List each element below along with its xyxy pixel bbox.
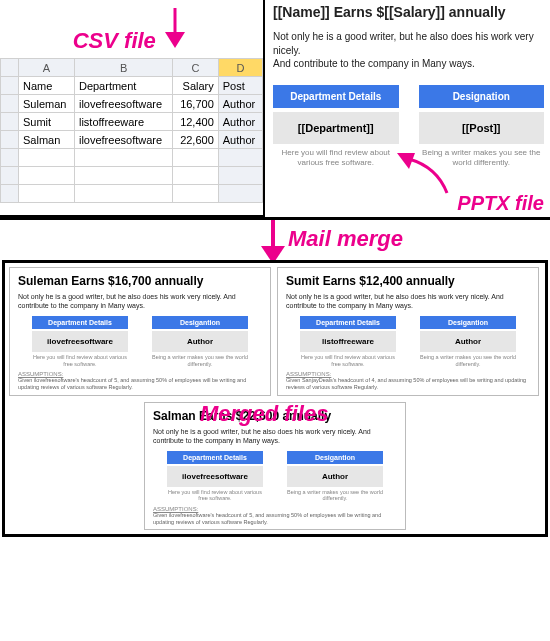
pptx-col1-header: Department Details: [273, 85, 399, 108]
csv-file-label: CSV file: [73, 28, 156, 53]
csv-spreadsheet: A B C D Name Department Salary Post Sule…: [0, 58, 263, 203]
pptx-panel: [[Name]] Earns $[[Salary]] annually Not …: [265, 0, 550, 217]
pptx-body: Not only he is a good writer, but he als…: [273, 30, 544, 71]
pptx-file-label: PPTX file: [457, 192, 544, 215]
header-post: Post: [218, 77, 262, 95]
pptx-col2-header: Designation: [419, 85, 545, 108]
arrow-up-left-icon: [397, 153, 453, 199]
header-salary: Salary: [173, 77, 219, 95]
header-dept: Department: [74, 77, 172, 95]
csv-panel: CSV file A B C D Name Department Salary: [0, 0, 265, 217]
slide-body: Not only he is a good writer, but he als…: [153, 427, 397, 445]
table-row: Salmanilovefreesoftware22,600Author: [1, 131, 263, 149]
slide-body: Not only he is a good writer, but he als…: [286, 292, 530, 310]
merged-slide: Suleman Earns $16,700 annually Not only …: [9, 267, 271, 396]
merged-files-label: Merged files: [200, 401, 328, 427]
pptx-col1-value: [[Department]]: [273, 112, 399, 144]
slide-body: Not only he is a good writer, but he als…: [18, 292, 262, 310]
table-row: Sulemanilovefreesoftware16,700Author: [1, 95, 263, 113]
table-row: [1, 167, 263, 185]
merged-slide: Sumit Earns $12,400 annually Not only he…: [277, 267, 539, 396]
table-row: Sumitlistoffreeware12,400Author: [1, 113, 263, 131]
pptx-title: [[Name]] Earns $[[Salary]] annually: [273, 4, 544, 20]
spreadsheet-corner: [1, 59, 19, 77]
merged-panel: Suleman Earns $16,700 annually Not only …: [2, 260, 548, 537]
col-header-c[interactable]: C: [173, 59, 219, 77]
col-header-a[interactable]: A: [19, 59, 75, 77]
slide-title: Sumit Earns $12,400 annually: [286, 274, 530, 288]
spreadsheet-header-row: Name Department Salary Post: [1, 77, 263, 95]
pptx-col1-note: Here you will find review about various …: [273, 148, 399, 169]
pptx-col2-value: [[Post]]: [419, 112, 545, 144]
mail-merge-label: Mail merge: [288, 226, 403, 252]
header-name: Name: [19, 77, 75, 95]
table-row: [1, 185, 263, 203]
mail-merge-row: Mail merge: [0, 220, 550, 260]
arrow-down-icon: [160, 6, 190, 48]
pptx-col-department: Department Details [[Department]] Here y…: [273, 85, 399, 169]
col-header-d[interactable]: D: [218, 59, 262, 77]
svg-marker-1: [165, 32, 185, 48]
top-row: CSV file A B C D Name Department Salary: [0, 0, 550, 220]
col-header-b[interactable]: B: [74, 59, 172, 77]
slide-title: Suleman Earns $16,700 annually: [18, 274, 262, 288]
table-row: [1, 149, 263, 167]
